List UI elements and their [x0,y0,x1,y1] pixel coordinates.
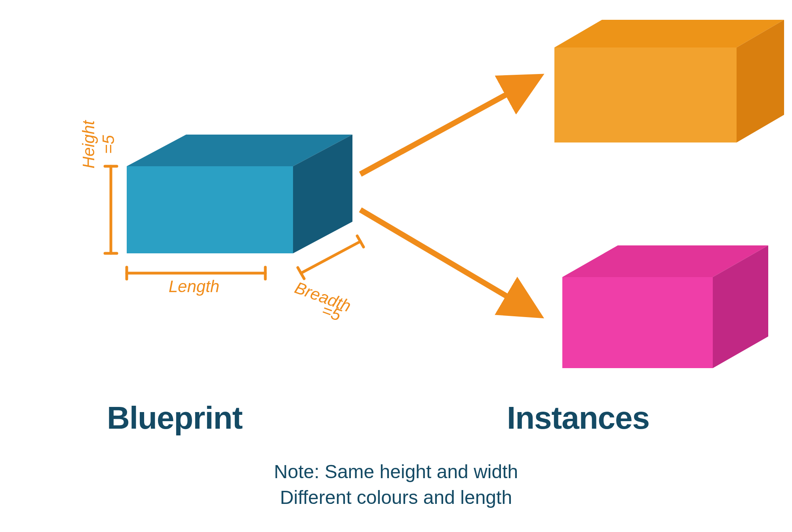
arrow-to-instance-1 [360,79,535,174]
note-line-1: Note: Same height and width [0,459,792,485]
svg-line-9 [360,79,535,174]
blueprint-cube [127,135,352,253]
arrow-to-instance-2 [360,210,535,313]
note-text: Note: Same height and width Different co… [0,459,792,511]
instance-cube-orange [554,20,784,142]
height-value: =5 [99,105,118,184]
svg-line-6 [301,241,360,273]
instance-cube-pink [562,245,768,368]
svg-line-10 [360,210,535,313]
instances-heading: Instances [507,400,649,436]
blueprint-heading: Blueprint [107,400,242,436]
length-label: Length [150,277,238,296]
diagram-canvas [0,0,792,532]
note-line-2: Different colours and length [0,485,792,511]
height-label: Height [79,105,98,184]
